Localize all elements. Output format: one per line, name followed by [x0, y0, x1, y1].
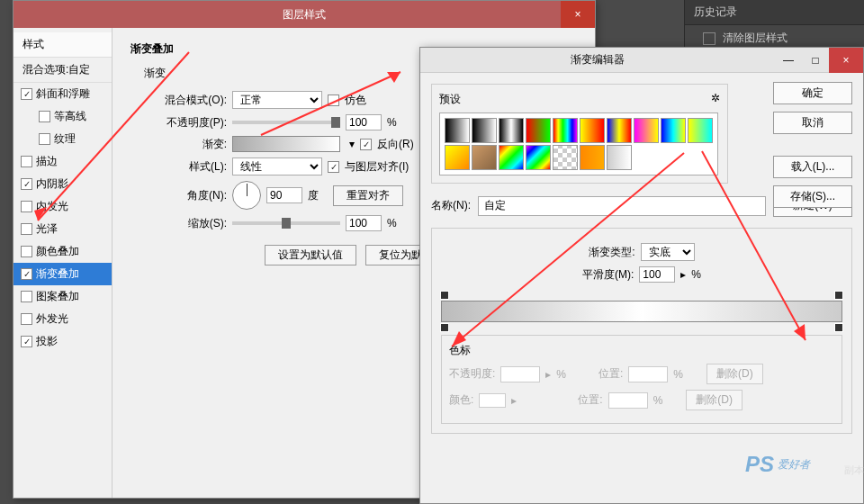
cs-delete-button: 删除(D) — [706, 364, 763, 384]
sidebar-item-label: 纹理 — [54, 131, 76, 147]
checkbox[interactable]: ✓ — [21, 268, 32, 280]
cancel-button[interactable]: 取消 — [773, 112, 852, 134]
blend-mode-select[interactable]: 正常 — [232, 91, 322, 109]
set-default-button[interactable]: 设置为默认值 — [265, 245, 356, 266]
sidebar-item[interactable]: 纹理 — [14, 128, 112, 150]
sidebar-item[interactable]: 内发光 — [14, 195, 112, 218]
checkbox[interactable]: ✓ — [21, 88, 32, 100]
style-label: 样式(L): — [144, 159, 227, 175]
sidebar-item[interactable]: 颜色叠加 — [14, 240, 112, 263]
checkbox[interactable] — [21, 201, 32, 212]
document-icon — [703, 32, 716, 45]
smooth-input[interactable] — [639, 266, 675, 283]
gradient-swatch[interactable] — [607, 145, 632, 170]
checkbox[interactable]: ✓ — [21, 178, 32, 190]
save-button[interactable]: 存储(S)... — [773, 185, 852, 208]
cs-color-label: 颜色: — [449, 392, 473, 408]
sidebar-item-label: 等高线 — [54, 109, 86, 124]
type-select[interactable]: 实底 — [641, 243, 695, 261]
load-button[interactable]: 载入(L)... — [773, 156, 852, 178]
gradient-swatch[interactable] — [526, 145, 551, 170]
gradient-swatch[interactable] — [634, 118, 659, 143]
gradient-bar[interactable] — [441, 301, 842, 322]
sidebar-item[interactable]: 外发光 — [14, 308, 112, 330]
color-stop-left[interactable] — [440, 323, 449, 332]
maximize-button[interactable]: □ — [802, 48, 829, 73]
gradient-swatch[interactable] — [472, 145, 497, 170]
sidebar-item[interactable]: ✓渐变叠加 — [14, 263, 112, 285]
gradient-preview[interactable] — [232, 136, 340, 152]
close-button[interactable]: × — [561, 1, 595, 28]
checkbox[interactable] — [39, 133, 50, 145]
sidebar-item[interactable]: ✓内阴影 — [14, 173, 112, 195]
percent-label: % — [691, 268, 701, 281]
gradient-swatch[interactable] — [526, 118, 551, 143]
history-header: 历史记录 — [685, 0, 864, 25]
gradient-swatch[interactable] — [499, 118, 524, 143]
gradient-swatch[interactable] — [472, 118, 497, 143]
opacity-stop-right[interactable] — [834, 291, 843, 300]
name-label: 名称(N): — [431, 198, 471, 213]
colorstop-title: 色标 — [449, 343, 834, 358]
minimize-button[interactable]: ― — [775, 48, 802, 73]
percent-label: % — [387, 217, 397, 230]
reverse-label: 反向(R) — [377, 137, 414, 152]
cs-position-input — [628, 366, 668, 382]
sidebar-item[interactable]: 等高线 — [14, 105, 112, 128]
reverse-checkbox[interactable]: ✓ — [360, 139, 372, 150]
sidebar-item[interactable]: 图案叠加 — [14, 285, 112, 308]
angle-label: 角度(N): — [144, 188, 227, 203]
opacity-label: 不透明度(P): — [144, 115, 227, 130]
blend-mode-label: 混合模式(O): — [144, 93, 227, 108]
checkbox[interactable] — [39, 111, 50, 122]
dither-checkbox[interactable] — [328, 94, 339, 106]
cs-opacity-input — [500, 366, 540, 382]
scale-label: 缩放(S): — [144, 216, 227, 231]
sidebar-item-label: 渐变叠加 — [36, 266, 79, 282]
gradient-swatch[interactable] — [607, 118, 632, 143]
copy-label: 副本 — [844, 464, 864, 477]
checkbox[interactable]: ✓ — [21, 336, 32, 347]
align-checkbox[interactable]: ✓ — [328, 161, 339, 173]
sidebar-item[interactable]: ✓投影 — [14, 330, 112, 353]
gradient-swatch[interactable] — [499, 145, 524, 170]
sidebar-item[interactable]: 描边 — [14, 150, 112, 173]
angle-dial[interactable] — [232, 181, 261, 210]
opacity-stop-left[interactable] — [440, 291, 449, 300]
gradient-swatch[interactable] — [553, 118, 578, 143]
opacity-input[interactable] — [346, 114, 382, 130]
gradient-swatch[interactable] — [445, 118, 470, 143]
gear-icon[interactable]: ✲ — [711, 92, 720, 107]
type-label: 渐变类型: — [589, 245, 634, 260]
checkbox[interactable] — [21, 223, 32, 235]
name-input[interactable] — [478, 196, 766, 216]
reset-align-button[interactable]: 重置对齐 — [333, 185, 403, 206]
gradient-swatch[interactable] — [661, 118, 686, 143]
close-button[interactable]: × — [829, 48, 863, 73]
checkbox[interactable] — [21, 246, 32, 257]
gradient-swatch[interactable] — [445, 145, 470, 170]
gradient-swatch[interactable] — [688, 118, 713, 143]
sidebar-item[interactable]: 光泽 — [14, 218, 112, 240]
cs-position-label: 位置: — [578, 392, 602, 408]
checkbox[interactable] — [21, 291, 32, 302]
gradient-swatch[interactable] — [580, 145, 605, 170]
scale-slider[interactable] — [232, 221, 340, 225]
watermark: PS 爱好者 — [745, 452, 810, 477]
gradient-swatch[interactable] — [553, 145, 578, 170]
ok-button[interactable]: 确定 — [773, 82, 852, 104]
gradient-swatch[interactable] — [580, 118, 605, 143]
sidebar-item[interactable]: ✓斜面和浮雕 — [14, 83, 112, 105]
cs-position-input2 — [608, 392, 648, 409]
color-stop-right[interactable] — [834, 323, 843, 332]
scale-input[interactable] — [346, 215, 382, 231]
sidebar-subtitle[interactable]: 混合选项:自定 — [14, 58, 112, 83]
opacity-slider[interactable] — [232, 121, 340, 124]
sidebar-item-label: 内发光 — [36, 199, 68, 214]
sidebar-header[interactable]: 样式 — [14, 32, 112, 58]
angle-input[interactable] — [266, 187, 302, 203]
style-select[interactable]: 线性 — [232, 158, 322, 176]
checkbox[interactable] — [21, 156, 32, 167]
dither-label: 仿色 — [345, 93, 366, 108]
checkbox[interactable] — [21, 313, 32, 325]
